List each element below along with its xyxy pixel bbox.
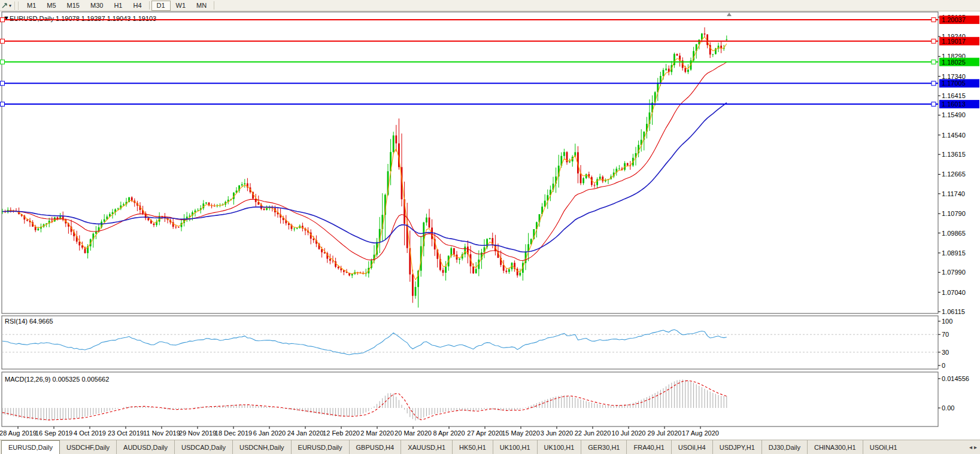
line-handle (932, 18, 936, 22)
ma-fast-line (2, 37, 727, 280)
candles-layer (2, 28, 728, 308)
top-toolbar: ▾ M1M5M15M30H1H4D1W1MN (0, 0, 980, 11)
rsi-tick-label: 100 (942, 318, 952, 325)
horizontal-line[interactable]: 1.18025 (0, 58, 979, 66)
chart-tab[interactable]: USDCAD,Daily (174, 440, 232, 454)
tabs-scroll-left-icon[interactable]: ◂ (969, 444, 972, 450)
timeframe-button-M5[interactable]: M5 (41, 1, 61, 11)
toolbar-separator (149, 1, 150, 10)
timeframe-button-M15[interactable]: M15 (62, 1, 85, 11)
chart-tab-bar: EURUSD,DailyUSDCHF,DailyAUDUSD,DailyUSDC… (0, 440, 980, 454)
macd-signal-line (2, 380, 727, 420)
chart-tab[interactable]: UK100,H1 (537, 440, 581, 454)
timeframe-button-MN[interactable]: MN (191, 1, 212, 11)
line-handle (932, 81, 936, 86)
cursor-tool-icon[interactable] (1, 1, 9, 10)
macd-axis: 0.0145560.00 (938, 375, 969, 412)
date-label: 10 Jul 2020 (612, 429, 646, 437)
chart-tab[interactable]: DJ30,Daily (761, 440, 807, 454)
rsi-line (2, 330, 727, 355)
rsi-tick-label: 30 (942, 349, 949, 356)
date-label: 29 Jul 2020 (648, 429, 682, 437)
chart-tab[interactable]: AUDUSD,Daily (116, 440, 174, 454)
date-label: 27 Apr 2020 (467, 429, 502, 437)
price-line-label-text: 1.16013 (942, 100, 966, 108)
chart-tab[interactable]: UK100,H1 (493, 440, 537, 454)
price-tick-label: 1.14540 (942, 132, 966, 139)
rsi-panel-border (2, 316, 938, 369)
macd-label: MACD(12,26,9) 0.005325 0.005662 (5, 376, 109, 383)
chart-tab[interactable]: USOil,H4 (671, 440, 712, 454)
timeframe-button-M30[interactable]: M30 (85, 1, 108, 11)
date-label: 20 Mar 2020 (395, 429, 432, 437)
date-label: 15 May 2020 (502, 429, 540, 437)
chart-tab[interactable]: HK50,H1 (452, 440, 493, 454)
date-axis: 28 Aug 201916 Sep 20194 Oct 201923 Oct 2… (0, 426, 719, 437)
chart-tab[interactable]: XAUUSD,H1 (401, 440, 452, 454)
rsi-levels: 10070300 (2, 318, 952, 369)
horizontal-line[interactable]: 1.16013 (0, 100, 979, 108)
price-tick-label: 1.07040 (942, 289, 966, 296)
chart-tab[interactable]: FRA40,H1 (626, 440, 670, 454)
timeframe-button-D1[interactable]: D1 (151, 1, 171, 11)
macd-histogram (2, 379, 727, 421)
moving-averages-layer (2, 37, 727, 280)
timeframe-button-H4[interactable]: H4 (128, 1, 147, 11)
rsi-tick-label: 70 (942, 331, 949, 338)
date-label: 23 Oct 2019 (108, 429, 144, 437)
date-label: 29 Nov 2019 (179, 429, 216, 437)
macd-panel-border (2, 372, 938, 426)
chart-title: EURUSD,Daily 1.19078 1.19287 1.19043 1.1… (10, 15, 156, 22)
price-tick-label: 1.12665 (942, 170, 966, 178)
line-handle (932, 39, 936, 43)
chart-tab[interactable]: USDCHF,Daily (60, 440, 116, 454)
price-tick-label: 1.17340 (942, 73, 966, 80)
chart-tab[interactable]: GBPUSD,H4 (349, 440, 401, 454)
chart-tab[interactable]: USDCNH,Daily (232, 440, 291, 454)
date-label: 17 Aug 2020 (682, 429, 719, 437)
ma-slow-line (2, 103, 727, 252)
date-label: 12 Feb 2020 (323, 429, 360, 437)
line-handle (1, 60, 5, 64)
timeframe-button-W1[interactable]: W1 (171, 1, 192, 11)
date-label: 8 Apr 2020 (433, 429, 465, 437)
chart-tab[interactable]: EURUSD,Daily (1, 440, 60, 454)
date-label: 16 Sep 2019 (35, 429, 72, 437)
date-label: 24 Jan 2020 (287, 429, 324, 437)
chart-tab[interactable]: GER30,H1 (581, 440, 626, 454)
chart-tab[interactable]: USOil,H1 (863, 440, 904, 454)
chart-shift-marker-icon[interactable] (727, 13, 732, 16)
horizontal-line[interactable]: 1.17005 (0, 79, 979, 87)
price-line-label-text: 1.20037 (942, 16, 966, 23)
chart-tab[interactable]: CHINA300,H1 (807, 440, 863, 454)
horizontal-line[interactable]: 1.19017 (0, 37, 979, 45)
main-panel-border (2, 12, 938, 313)
timeframe-button-H1[interactable]: H1 (108, 1, 128, 11)
date-label: 28 Aug 2019 (0, 429, 37, 437)
chart-tab[interactable]: USDJPY,H1 (712, 440, 761, 454)
ma-medium-line (2, 62, 727, 261)
toolbar-grip[interactable] (14, 2, 19, 10)
price-tick-label: 1.06115 (942, 308, 965, 315)
macd-tick-label: 0.00 (942, 404, 954, 412)
chart-area[interactable]: ▼ EURUSD,Daily 1.19078 1.19287 1.19043 1… (0, 11, 980, 440)
date-label: 4 Oct 2019 (74, 429, 106, 437)
price-tick-label: 1.13615 (942, 151, 966, 158)
price-tick-label: 1.09865 (942, 230, 966, 237)
price-line-label-text: 1.17005 (942, 80, 966, 87)
tabs-scroll-right-icon[interactable]: ▸ (974, 444, 977, 450)
dropdown-caret-icon[interactable]: ▾ (9, 3, 11, 8)
line-handle (1, 39, 5, 43)
price-tick-label: 1.16415 (942, 92, 966, 99)
rsi-label: RSI(14) 64.9665 (5, 318, 53, 325)
timeframe-button-M1[interactable]: M1 (22, 1, 41, 11)
line-handle (1, 18, 5, 22)
line-handle (1, 102, 5, 106)
date-label: 22 Jun 2020 (575, 429, 611, 437)
macd-tick-label: 0.014556 (942, 375, 969, 382)
price-tick-label: 1.11740 (942, 190, 965, 197)
line-handle (1, 81, 5, 86)
date-label: 11 Nov 2019 (143, 429, 180, 437)
line-handle (932, 60, 936, 64)
chart-tab[interactable]: EURUSD,Daily (291, 440, 349, 454)
